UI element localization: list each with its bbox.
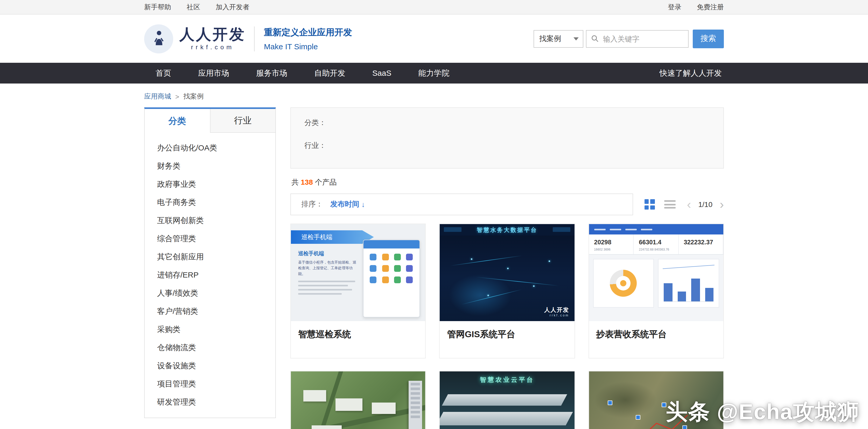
sidebar-item-procurement[interactable]: 采购类 [145, 320, 275, 339]
logo-person-icon [150, 29, 167, 49]
login-link[interactable]: 登录 [668, 2, 681, 12]
page-indicator: 1/10 [699, 200, 713, 209]
chevron-down-icon [574, 37, 579, 40]
search-icon [591, 35, 599, 42]
tab-industry[interactable]: 行业 [210, 109, 275, 133]
category-sidebar: 分类 行业 办公自动化/OA类 财务类 政府事业类 电子商务类 互联网创新类 综… [144, 108, 276, 418]
join-developer-link[interactable]: 加入开发者 [216, 2, 249, 12]
product-title: 管网GIS系统平台 [440, 321, 575, 358]
product-card-gis[interactable]: 智慧水务大数据平台 人人开发 r [439, 223, 575, 359]
sort-label: 排序： [301, 200, 323, 209]
product-thumbnail: 巡检手机端 巡检手机端 基于微信小程序，包含开始巡检、巡检查询、上报登记、工单处… [291, 224, 426, 321]
search-input[interactable] [602, 34, 688, 43]
toutiao-watermark: 头条 @Echa攻城狮 [666, 397, 860, 426]
breadcrumb-current: 找案例 [183, 92, 204, 101]
nav-quick-intro-link[interactable]: 快速了解人人开发 [659, 68, 724, 78]
stat-value: 66301.4 [639, 239, 673, 246]
site-logo[interactable] [144, 24, 173, 53]
sidebar-item-warehouse[interactable]: 仓储物流类 [145, 339, 275, 357]
site-header: 人人开发 rrkf.com 重新定义企业应用开发 Make IT Simple … [0, 14, 868, 63]
dashboard-title: 智慧农业云平台 [440, 375, 575, 385]
breadcrumb-root[interactable]: 应用商城 [144, 92, 171, 101]
next-page-icon[interactable]: › [720, 198, 724, 211]
sidebar-item-government[interactable]: 政府事业类 [145, 175, 275, 193]
product-thumbnail [291, 371, 426, 429]
breadcrumb-separator: > [175, 93, 179, 100]
tagline-cn: 重新定义企业应用开发 [264, 27, 352, 38]
top-links-left: 新手帮助 社区 加入开发者 [144, 2, 249, 12]
top-links-right: 登录 免费注册 [668, 2, 724, 12]
product-card-inspection[interactable]: 巡检手机端 巡检手机端 基于微信小程序，包含开始巡检、巡检查询、上报登记、工单处… [290, 223, 426, 359]
product-title: 抄表营收系统平台 [589, 321, 723, 358]
count-suffix: 个产品 [315, 178, 337, 186]
pagination: ‹ 1/10 › [687, 198, 724, 211]
brand-name: 人人开发 [179, 27, 246, 42]
nav-item-app-market[interactable]: 应用市场 [185, 63, 243, 84]
sidebar-tabs: 分类 行业 [145, 109, 275, 133]
header-divider [254, 26, 255, 51]
breadcrumb: 应用商城 > 找案例 [144, 92, 724, 101]
category-list: 办公自动化/OA类 财务类 政府事业类 电子商务类 互联网创新类 综合管理类 其… [145, 133, 275, 418]
dashboard-header [589, 224, 723, 235]
main-column: 分类： 行业： 共138个产品 排序： 发布时间 ↓ ‹ 1/10 [290, 108, 724, 429]
nav-item-self-dev[interactable]: 自助开发 [301, 63, 359, 84]
brand-block[interactable]: 人人开发 rrkf.com [179, 27, 246, 51]
thumb-description: 基于微信小程序，包含开始巡检、巡检查询、上报登记、工单处理等功能。 [298, 260, 359, 277]
stat-sub: 224732.68 840363.76 [639, 248, 673, 251]
sidebar-item-erp[interactable]: 进销存/ERP [145, 266, 275, 284]
bar-chart-panel [658, 259, 719, 308]
search-area: 找案例 搜索 [533, 29, 724, 48]
sidebar-item-finance[interactable]: 财务类 [145, 157, 275, 175]
product-card-agriculture[interactable]: 智慧农业云平台 [439, 371, 575, 429]
results-count: 共138个产品 [291, 178, 723, 187]
sidebar-item-oa[interactable]: 办公自动化/OA类 [145, 139, 275, 157]
thumb-inner-title: 巡检手机端 [298, 250, 359, 257]
help-link[interactable]: 新手帮助 [144, 2, 171, 12]
stats-row: 20298 16602 3696 66301.4 224732.68 84036… [589, 235, 723, 255]
sort-box: 排序： 发布时间 ↓ [290, 193, 633, 215]
product-thumbnail: 20298 16602 3696 66301.4 224732.68 84036… [589, 224, 723, 321]
register-link[interactable]: 免费注册 [697, 2, 724, 12]
list-view-icon[interactable] [664, 200, 676, 209]
sort-row: 排序： 发布时间 ↓ ‹ 1/10 › [290, 193, 724, 215]
search-category-select[interactable]: 找案例 [533, 30, 583, 48]
stat-sub: 16602 3696 [594, 248, 628, 251]
sidebar-item-internet[interactable]: 互联网创新类 [145, 212, 275, 230]
sidebar-item-rnd[interactable]: 研发管理类 [145, 393, 275, 411]
donut-chart-panel [593, 259, 654, 308]
sidebar-item-crm[interactable]: 客户/营销类 [145, 302, 275, 320]
top-utility-bar: 新手帮助 社区 加入开发者 登录 免费注册 [0, 0, 868, 14]
product-title: 智慧巡检系统 [291, 321, 426, 358]
view-toggle [645, 199, 676, 210]
sidebar-item-management[interactable]: 综合管理类 [145, 230, 275, 248]
product-card-aerial-park[interactable] [290, 371, 426, 429]
brand-domain: rrkf.com [191, 43, 235, 51]
sidebar-item-hr[interactable]: 人事/绩效类 [145, 284, 275, 302]
sidebar-item-ecommerce[interactable]: 电子商务类 [145, 193, 275, 212]
sidebar-item-project[interactable]: 项目管理类 [145, 375, 275, 393]
product-grid: 巡检手机端 巡检手机端 基于微信小程序，包含开始巡检、巡检查询、上报登记、工单处… [290, 223, 724, 429]
search-category-value: 找案例 [539, 34, 561, 43]
stat-value: 322232.37 [684, 239, 718, 246]
community-link[interactable]: 社区 [187, 2, 200, 12]
tagline-block: 重新定义企业应用开发 Make IT Simple [264, 27, 352, 51]
sidebar-item-facility[interactable]: 设备设施类 [145, 357, 275, 375]
sort-field-publish-time[interactable]: 发布时间 [330, 200, 359, 209]
product-thumbnail: 智慧农业云平台 [440, 371, 575, 429]
nav-item-home[interactable]: 首页 [144, 63, 185, 84]
nav-item-service-market[interactable]: 服务市场 [243, 63, 301, 84]
filter-box: 分类： 行业： [290, 108, 724, 168]
nav-item-saas[interactable]: SaaS [359, 63, 405, 84]
thumb-text-lines [298, 280, 359, 295]
count-prefix: 共 [291, 178, 299, 186]
sidebar-item-other[interactable]: 其它创新应用 [145, 248, 275, 266]
grid-view-icon[interactable] [645, 199, 655, 210]
search-button[interactable]: 搜索 [693, 29, 724, 48]
product-thumbnail: 智慧水务大数据平台 人人开发 r [440, 224, 575, 321]
prev-page-icon[interactable]: ‹ [687, 198, 691, 211]
sort-direction-icon[interactable]: ↓ [362, 200, 365, 209]
tagline-en: Make IT Simple [264, 42, 352, 51]
nav-item-academy[interactable]: 能力学院 [405, 63, 463, 84]
tab-category[interactable]: 分类 [145, 109, 210, 133]
product-card-billing[interactable]: 20298 16602 3696 66301.4 224732.68 84036… [588, 223, 724, 359]
